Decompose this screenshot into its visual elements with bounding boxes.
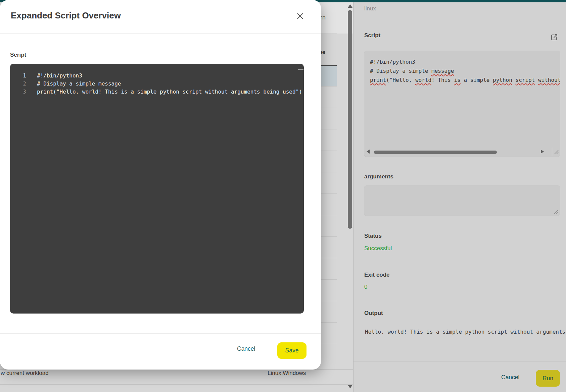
script-line: # Display a simple message xyxy=(370,66,560,75)
page-scrollbar-thumb[interactable] xyxy=(348,10,352,229)
page-scrollbar-down-arrow[interactable] xyxy=(348,385,352,388)
panel-cancel-button[interactable]: Cancel xyxy=(501,374,519,381)
line-number: 2 xyxy=(10,80,26,88)
code-editor-lines: 1#!/bin/python32# Display a simple messa… xyxy=(10,72,304,96)
misspelled-word: without xyxy=(538,77,560,83)
os-field-value: linux xyxy=(364,5,376,12)
hscrollbar-left-arrow[interactable] xyxy=(367,150,370,154)
script-textarea-content: #!/bin/python3# Display a simple message… xyxy=(370,57,560,85)
modal-title: Expanded Script Overview xyxy=(11,10,121,21)
output-label: Output xyxy=(364,310,383,317)
output-text: Hello, world! This is a simple python sc… xyxy=(365,329,566,335)
script-code-editor[interactable]: 1#!/bin/python32# Display a simple messa… xyxy=(10,64,304,314)
status-label: Status xyxy=(364,233,382,239)
arguments-textarea[interactable] xyxy=(364,185,560,216)
background-row-divider xyxy=(0,384,353,385)
hscrollbar-right-arrow[interactable] xyxy=(541,150,544,154)
misspelled-word: print xyxy=(370,77,386,83)
code-text: print("Hello, world! This is a simple py… xyxy=(37,88,302,96)
background-workload-text-partial: w current workload xyxy=(1,370,49,377)
script-line: print("Hello, world! This is a simple py… xyxy=(370,75,560,85)
textarea-resize-grip[interactable] xyxy=(552,148,559,156)
close-icon[interactable] xyxy=(293,10,307,23)
textarea-resize-grip[interactable] xyxy=(552,208,559,215)
panel-script-label: Script xyxy=(364,32,380,39)
exit-code-label: Exit code xyxy=(364,272,390,278)
misspelled-word: world xyxy=(415,77,431,83)
page-scrollbar-up-arrow[interactable] xyxy=(348,4,352,8)
line-number: 3 xyxy=(10,88,26,96)
editor-line: 2# Display a simple message xyxy=(10,80,304,88)
arguments-label: arguments xyxy=(364,173,393,180)
modal-cancel-button[interactable]: Cancel xyxy=(237,345,255,352)
editor-line: 3print("Hello, world! This is a simple p… xyxy=(10,88,304,96)
misspelled-word: script xyxy=(516,77,535,83)
misspelled-word: python xyxy=(493,77,512,83)
script-textarea[interactable]: #!/bin/python3# Display a simple message… xyxy=(364,51,560,157)
run-button[interactable]: Run xyxy=(536,370,560,387)
hscrollbar-thumb[interactable] xyxy=(374,151,497,154)
modal-script-label: Script xyxy=(10,52,26,58)
editor-scrollbar-thumb[interactable] xyxy=(298,69,303,70)
script-detail-panel: linux Script #!/bin/python3# Display a s… xyxy=(353,2,566,392)
status-value: Successful xyxy=(364,245,392,252)
expand-script-icon[interactable] xyxy=(550,33,558,41)
exit-code-value: 0 xyxy=(364,284,367,290)
script-line: #!/bin/python3 xyxy=(370,57,560,66)
expanded-script-overview-modal: Expanded Script Overview Script 1#!/bin/… xyxy=(0,0,321,370)
code-text: # Display a simple message xyxy=(37,80,121,88)
modal-footer-divider xyxy=(0,333,321,334)
background-os-cell-text: Linux,Windows xyxy=(268,370,306,377)
save-button[interactable]: Save xyxy=(277,342,306,359)
editor-line: 1#!/bin/python3 xyxy=(10,72,304,80)
modal-header-divider xyxy=(0,33,321,34)
panel-footer-divider xyxy=(353,361,566,361)
misspelled-word: message xyxy=(431,68,454,74)
line-number: 1 xyxy=(10,72,26,80)
misspelled-word: is xyxy=(454,77,460,83)
code-text: #!/bin/python3 xyxy=(37,72,82,80)
